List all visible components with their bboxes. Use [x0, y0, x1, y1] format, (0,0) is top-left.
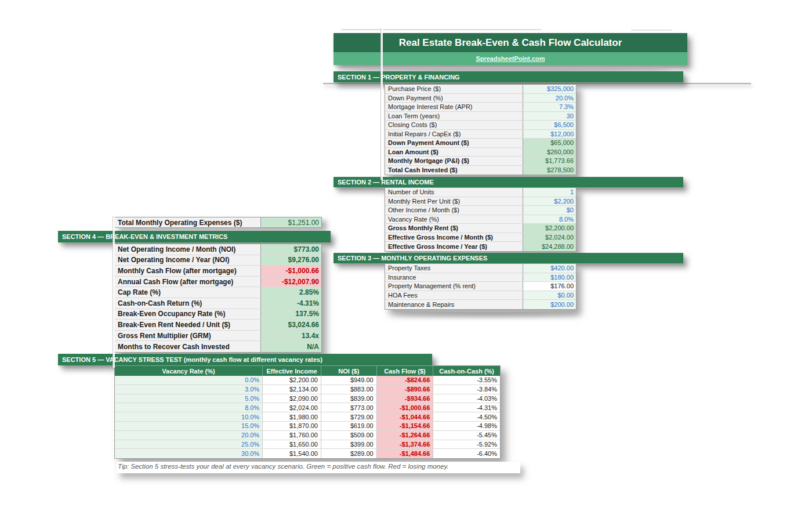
row-value-cell[interactable]: $325,000	[523, 85, 576, 93]
section-2-header: SECTION 2 — RENTAL INCOME	[334, 177, 683, 187]
effective-income-cell: $2,134.00	[262, 385, 321, 394]
row-label: Effective Gross Income / Month ($)	[385, 233, 523, 242]
noi-cell: $399.00	[321, 440, 376, 449]
cash-flow-cell: -$1,154.66	[376, 422, 433, 430]
table-row: Net Operating Income / Month (NOI) $773.…	[115, 244, 321, 255]
vacancy-rate-cell: 30.0%	[115, 449, 262, 458]
artifact-line	[341, 29, 541, 30]
vacancy-rate-cell: 8.0%	[115, 403, 262, 412]
table-row: Monthly Rent Per Unit ($) $2,200	[385, 197, 576, 206]
row-value-cell: -$1,000.66	[260, 266, 321, 276]
row-value-cell[interactable]: $0.00	[523, 291, 576, 300]
spreadsheetpoint-link[interactable]: SpreadsheetPoint.com	[476, 55, 545, 62]
row-value-cell[interactable]: 1	[523, 188, 576, 197]
table-row: Property Management (% rent) $176.00	[385, 282, 576, 291]
row-value-cell[interactable]: $180.00	[523, 273, 576, 282]
table-row: 15.0% $1,870.00 $619.00 -$1,154.66 -4.98…	[115, 422, 500, 431]
row-label: Loan Amount ($)	[385, 148, 523, 157]
page-title: Real Estate Break-Even & Cash Flow Calcu…	[334, 33, 687, 52]
column-header-vacancy-rate: Vacancy Rate (%)	[115, 366, 262, 376]
row-label: Vacancy Rate (%)	[385, 215, 523, 224]
effective-income-cell: $2,090.00	[262, 394, 321, 403]
table-row: 25.0% $1,650.00 $399.00 -$1,374.66 -5.92…	[115, 440, 500, 449]
row-label: Monthly Cash Flow (after mortgage)	[115, 266, 260, 276]
row-value-cell[interactable]: 7.3%	[523, 103, 576, 111]
row-label: Loan Term (years)	[385, 112, 523, 121]
table-row: Effective Gross Income / Year ($) $24,28…	[385, 242, 576, 251]
row-label: Purchase Price ($)	[385, 85, 523, 93]
row-value-cell: 13.4x	[260, 331, 321, 341]
noi-cell: $509.00	[321, 431, 376, 440]
section-1-header: SECTION 1 — PROPERTY & FINANCING	[334, 71, 683, 82]
row-value-cell[interactable]: $420.00	[523, 264, 576, 273]
column-header-cash-flow: Cash Flow ($)	[376, 366, 433, 376]
row-label: Closing Costs ($)	[385, 121, 523, 129]
table-row: Net Operating Income / Year (NOI) $9,276…	[115, 255, 321, 266]
row-label: Down Payment Amount ($)	[385, 139, 523, 147]
subtitle-bar: SpreadsheetPoint.com	[334, 52, 687, 65]
table-row: Monthly Cash Flow (after mortgage) -$1,0…	[115, 266, 321, 277]
row-label: Property Management (% rent)	[385, 282, 523, 291]
row-value-cell: -4.31%	[260, 298, 321, 309]
cash-flow-cell: -$1,000.66	[376, 403, 433, 412]
table-row: Closing Costs ($) $6,500	[385, 121, 576, 130]
noi-cell: $883.00	[321, 385, 376, 394]
row-label: Other Income / Month ($)	[385, 206, 523, 215]
row-label: Mortgage Interest Rate (APR)	[385, 103, 523, 111]
cash-flow-cell: -$1,484.66	[376, 449, 433, 458]
table-row: 8.0% $2,024.00 $773.00 -$1,000.66 -4.31%	[115, 403, 500, 412]
row-value-cell[interactable]: $12,000	[523, 130, 576, 139]
table-row: HOA Fees $0.00	[385, 291, 576, 300]
table-row: 30.0% $1,540.00 $289.00 -$1,484.66 -6.40…	[115, 449, 500, 458]
row-label: Cash-on-Cash Return (%)	[115, 298, 260, 309]
table-row: Property Taxes $420.00	[385, 264, 576, 273]
section-4-header: SECTION 4 — BREAK-EVEN & INVESTMENT METR…	[58, 231, 331, 242]
cash-on-cash-cell: -3.55%	[433, 376, 500, 385]
table-row: Vacancy Rate (%) 8.0%	[385, 215, 576, 224]
shadow-smear	[348, 65, 673, 68]
row-value-cell[interactable]: 20.0%	[523, 94, 576, 103]
spreadsheet-collage: Real Estate Break-Even & Cash Flow Calcu…	[0, 0, 812, 522]
artifact-line	[631, 30, 672, 31]
row-value-cell: -$12,007.90	[260, 277, 321, 287]
row-label: Gross Rent Multiplier (GRM)	[115, 331, 260, 341]
table-row: Loan Amount ($) $260,000	[385, 148, 576, 157]
vacancy-rate-cell: 15.0%	[115, 422, 262, 430]
table-row: Down Payment Amount ($) $65,000	[385, 139, 576, 148]
table-row: Break-Even Rent Needed / Unit ($) $3,024…	[115, 320, 321, 331]
row-value-cell[interactable]: $0	[523, 206, 576, 215]
row-label: Months to Recover Cash Invested	[115, 341, 260, 352]
row-label: HOA Fees	[385, 291, 523, 300]
row-value-cell: 2.85%	[260, 287, 321, 298]
row-value-cell: $1,251.00	[260, 217, 321, 227]
row-value-cell: $1,773.66	[523, 157, 576, 165]
noi-cell: $949.00	[321, 376, 376, 385]
row-label: Annual Cash Flow (after mortgage)	[115, 277, 260, 287]
cash-flow-cell: -$934.66	[376, 394, 433, 403]
table-row: 0.0% $2,200.00 $949.00 -$824.66 -3.55%	[115, 376, 500, 385]
vacancy-rate-cell: 3.0%	[115, 385, 262, 394]
cash-on-cash-cell: -5.92%	[433, 440, 500, 449]
table-row: Cap Rate (%) 2.85%	[115, 287, 321, 298]
row-value-cell[interactable]: 30	[523, 112, 576, 121]
column-header-effective-income: Effective Income	[262, 366, 321, 376]
noi-cell: $839.00	[321, 394, 376, 403]
row-value-cell[interactable]: 8.0%	[523, 215, 576, 224]
table-row: Loan Term (years) 30	[385, 112, 576, 121]
cash-on-cash-cell: -3.84%	[433, 385, 500, 394]
table-row: Cash-on-Cash Return (%) -4.31%	[115, 298, 321, 309]
table-row: 5.0% $2,090.00 $839.00 -$934.66 -4.03%	[115, 394, 500, 404]
table-row: Initial Repairs / CapEx ($) $12,000	[385, 130, 576, 139]
row-label: Cap Rate (%)	[115, 287, 260, 298]
vacancy-rate-cell: 10.0%	[115, 412, 262, 421]
row-label: Property Taxes	[385, 264, 523, 273]
effective-income-cell: $1,760.00	[262, 431, 321, 440]
row-label: Total Monthly Operating Expenses ($)	[115, 217, 260, 227]
cash-flow-cell: -$1,374.66	[376, 440, 433, 449]
row-value-cell[interactable]: $200.00	[523, 300, 576, 309]
row-value-cell[interactable]: $2,200	[523, 197, 576, 206]
row-value-cell: $773.00	[260, 244, 321, 255]
row-value-cell: $24,288.00	[523, 242, 576, 251]
row-label: Total Cash Invested ($)	[385, 166, 523, 175]
row-value-cell[interactable]: $6,500	[523, 121, 576, 129]
